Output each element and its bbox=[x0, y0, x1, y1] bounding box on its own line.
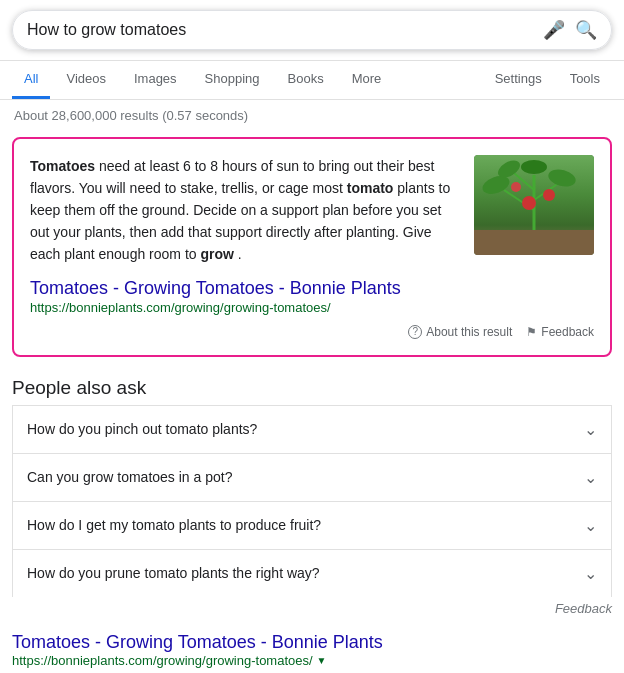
dropdown-arrow-icon: ▼ bbox=[317, 655, 327, 666]
tab-all[interactable]: All bbox=[12, 61, 50, 99]
paa-feedback[interactable]: Feedback bbox=[12, 597, 612, 624]
results-count: About 28,600,000 results (0.57 seconds) bbox=[14, 108, 248, 123]
paa-question-1[interactable]: How do you pinch out tomato plants? ⌄ bbox=[12, 405, 612, 453]
organic-url: https://bonnieplants.com/growing/growing… bbox=[12, 653, 313, 668]
svg-rect-0 bbox=[474, 230, 594, 255]
svg-point-9 bbox=[522, 196, 536, 210]
snippet-text: Tomatoes need at least 6 to 8 hours of s… bbox=[30, 155, 462, 266]
microphone-icon[interactable]: 🎤 bbox=[543, 19, 565, 41]
feedback-button[interactable]: ⚑ Feedback bbox=[526, 325, 594, 339]
tab-tools[interactable]: Tools bbox=[558, 61, 612, 99]
snippet-bold-tomatoes: Tomatoes bbox=[30, 158, 95, 174]
chevron-down-icon-2: ⌄ bbox=[584, 468, 597, 487]
snippet-link[interactable]: Tomatoes - Growing Tomatoes - Bonnie Pla… bbox=[30, 278, 594, 299]
tab-settings[interactable]: Settings bbox=[483, 61, 554, 99]
paa-feedback-label: Feedback bbox=[555, 601, 612, 616]
organic-result-link[interactable]: Tomatoes - Growing Tomatoes - Bonnie Pla… bbox=[12, 632, 612, 653]
flag-icon: ⚑ bbox=[526, 325, 537, 339]
snippet-url: https://bonnieplants.com/growing/growing… bbox=[30, 300, 331, 315]
search-bar-container: 🎤 🔍 bbox=[0, 0, 624, 61]
search-input[interactable] bbox=[27, 21, 543, 39]
paa-question-4-text: How do you prune tomato plants the right… bbox=[27, 565, 320, 581]
paa-question-3-text: How do I get my tomato plants to produce… bbox=[27, 517, 321, 533]
chevron-down-icon-4: ⌄ bbox=[584, 564, 597, 583]
about-result-label: About this result bbox=[426, 325, 512, 339]
search-icons: 🎤 🔍 bbox=[543, 19, 597, 41]
search-icon[interactable]: 🔍 bbox=[575, 19, 597, 41]
tab-books[interactable]: Books bbox=[276, 61, 336, 99]
paa-question-1-text: How do you pinch out tomato plants? bbox=[27, 421, 257, 437]
results-info: About 28,600,000 results (0.57 seconds) bbox=[0, 100, 624, 131]
chevron-down-icon-3: ⌄ bbox=[584, 516, 597, 535]
organic-snippet: Tomatoes need at least 6 to 8 hours of s… bbox=[12, 670, 612, 673]
svg-point-11 bbox=[511, 182, 521, 192]
nav-tabs: All Videos Images Shopping Books More Se… bbox=[0, 61, 624, 100]
snippet-bold-grow: grow bbox=[200, 246, 233, 262]
chevron-down-icon-1: ⌄ bbox=[584, 420, 597, 439]
people-also-ask-section: People also ask How do you pinch out tom… bbox=[12, 369, 612, 624]
feedback-label: Feedback bbox=[541, 325, 594, 339]
featured-snippet: Tomatoes need at least 6 to 8 hours of s… bbox=[12, 137, 612, 357]
paa-question-4[interactable]: How do you prune tomato plants the right… bbox=[12, 549, 612, 597]
paa-question-3[interactable]: How do I get my tomato plants to produce… bbox=[12, 501, 612, 549]
snippet-content: Tomatoes need at least 6 to 8 hours of s… bbox=[30, 155, 594, 266]
paa-question-2[interactable]: Can you grow tomatoes in a pot? ⌄ bbox=[12, 453, 612, 501]
paa-question-2-text: Can you grow tomatoes in a pot? bbox=[27, 469, 232, 485]
snippet-link-area: Tomatoes - Growing Tomatoes - Bonnie Pla… bbox=[30, 278, 594, 315]
search-bar: 🎤 🔍 bbox=[12, 10, 612, 50]
people-also-ask-title: People also ask bbox=[12, 369, 612, 405]
snippet-image bbox=[474, 155, 594, 255]
tab-images[interactable]: Images bbox=[122, 61, 189, 99]
tomato-plant-image bbox=[474, 155, 594, 255]
svg-point-10 bbox=[543, 189, 555, 201]
tab-more[interactable]: More bbox=[340, 61, 394, 99]
snippet-text-3: . bbox=[238, 246, 242, 262]
help-icon: ? bbox=[408, 325, 422, 339]
about-result-button[interactable]: ? About this result bbox=[408, 325, 512, 339]
svg-point-8 bbox=[521, 160, 547, 174]
svg-point-6 bbox=[546, 167, 577, 190]
snippet-bold-tomato: tomato bbox=[347, 180, 394, 196]
tab-shopping[interactable]: Shopping bbox=[193, 61, 272, 99]
snippet-footer: ? About this result ⚑ Feedback bbox=[30, 325, 594, 339]
organic-url-row: https://bonnieplants.com/growing/growing… bbox=[12, 653, 612, 668]
organic-result: Tomatoes - Growing Tomatoes - Bonnie Pla… bbox=[12, 632, 612, 673]
tab-videos[interactable]: Videos bbox=[54, 61, 118, 99]
